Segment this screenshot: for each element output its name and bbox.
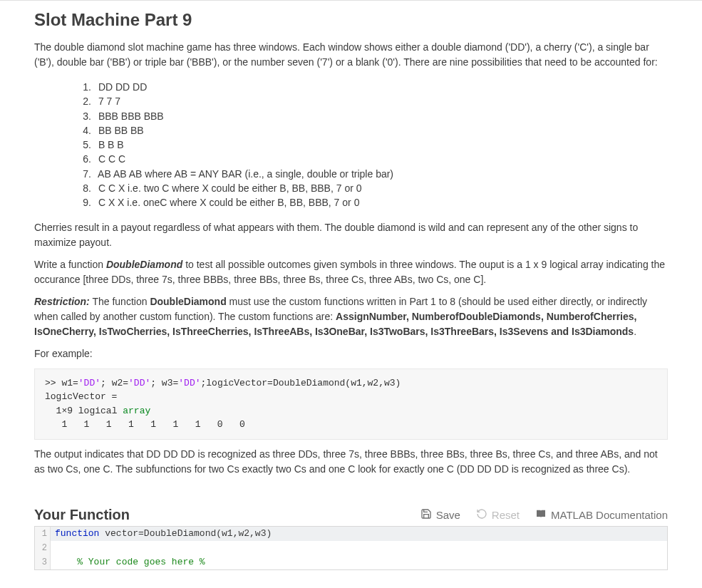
your-function-header: Your Function Save Reset MATLAB Document… bbox=[34, 507, 668, 523]
save-label: Save bbox=[436, 509, 460, 521]
list-item: 5. B B B bbox=[78, 138, 668, 152]
list-item: 3. BBB BBB BBB bbox=[78, 109, 668, 123]
line-number: 3 bbox=[35, 555, 51, 569]
code-editor[interactable]: 1 function vector=DoubleDiamond(w1,w2,w3… bbox=[34, 526, 668, 570]
write-function-paragraph: Write a function DoubleDiamond to test a… bbox=[34, 257, 668, 287]
cherries-paragraph: Cherries result in a payout regardless o… bbox=[34, 220, 668, 250]
matlab-doc-button[interactable]: MATLAB Documentation bbox=[535, 508, 668, 522]
list-item: 7. AB AB AB where AB = ANY BAR (i.e., a … bbox=[78, 167, 668, 181]
editor-line[interactable]: 1 function vector=DoubleDiamond(w1,w2,w3… bbox=[35, 527, 667, 541]
editor-line[interactable]: 2 bbox=[35, 541, 667, 555]
for-example-label: For example: bbox=[34, 346, 668, 361]
function-name: DoubleDiamond bbox=[106, 259, 182, 270]
intro-paragraph: The double diamond slot machine game has… bbox=[34, 40, 668, 70]
list-item: 6. C C C bbox=[78, 152, 668, 166]
top-divider bbox=[0, 0, 702, 1]
save-icon bbox=[420, 508, 432, 522]
possibilities-list: 1. DD DD DD 2. 7 7 7 3. BBB BBB BBB 4. B… bbox=[78, 80, 668, 210]
list-item: 8. C C X i.e. two C where X could be eit… bbox=[78, 181, 668, 195]
matlab-doc-label: MATLAB Documentation bbox=[551, 509, 668, 521]
editor-toolbar: Save Reset MATLAB Documentation bbox=[420, 508, 668, 522]
line-number: 2 bbox=[35, 541, 51, 555]
save-button[interactable]: Save bbox=[420, 508, 460, 522]
line-number: 1 bbox=[35, 527, 51, 541]
reset-icon bbox=[476, 508, 487, 522]
restriction-paragraph: Restriction: The function DoubleDiamond … bbox=[34, 294, 668, 339]
list-item: 4. BB BB BB bbox=[78, 123, 668, 138]
list-item: 2. 7 7 7 bbox=[78, 94, 668, 108]
editor-line[interactable]: 3 % Your code goes here % bbox=[35, 555, 667, 569]
content-scroll[interactable]: Slot Machine Part 9 The double diamond s… bbox=[0, 0, 702, 588]
book-icon bbox=[535, 508, 547, 522]
output-explanation: The output indicates that DD DD DD is re… bbox=[34, 447, 668, 477]
page-content: Slot Machine Part 9 The double diamond s… bbox=[0, 0, 702, 588]
list-item: 9. C X X i.e. oneC where X could be eith… bbox=[78, 195, 668, 210]
page-title: Slot Machine Part 9 bbox=[34, 10, 668, 30]
reset-label: Reset bbox=[492, 509, 520, 521]
list-item: 1. DD DD DD bbox=[78, 80, 668, 94]
your-function-title: Your Function bbox=[34, 507, 130, 523]
reset-button[interactable]: Reset bbox=[476, 508, 520, 522]
example-code-block: >> w1='DD'; w2='DD'; w3='DD';logicVector… bbox=[34, 368, 668, 440]
